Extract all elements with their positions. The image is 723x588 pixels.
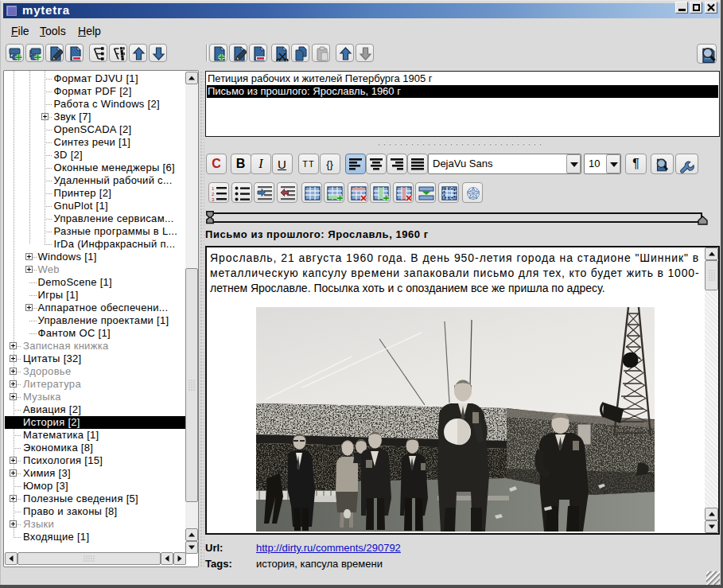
svg-text:2: 2	[212, 192, 215, 197]
svg-text:1: 1	[212, 186, 215, 191]
svg-text:3: 3	[212, 197, 215, 202]
